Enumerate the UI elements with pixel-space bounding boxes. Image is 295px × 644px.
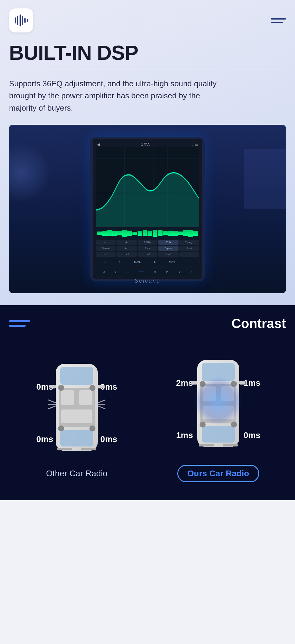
- screen-bezel: ◀ 17:55 ⌇ ▬: [93, 139, 202, 279]
- freq-bar: [153, 230, 157, 237]
- svg-rect-3: [22, 16, 23, 25]
- dual-label: DUAL: [134, 261, 141, 263]
- svg-rect-45: [199, 444, 214, 446]
- app-logo: [9, 8, 33, 32]
- user-5: User5: [158, 252, 178, 257]
- eq-mode-dts2: dts: [116, 240, 136, 245]
- eq-mode-srs: SRS●: [158, 240, 178, 245]
- contrast-title: Contrast: [231, 316, 286, 331]
- comparison-grid: 0ms 0ms 0ms 0ms: [9, 346, 286, 482]
- auto-label: AUTO: [169, 261, 175, 263]
- home-icon: ⌂: [104, 261, 105, 264]
- freq-bar: [168, 231, 173, 236]
- ours-car-label-button[interactable]: Ours Car Radio: [177, 465, 259, 482]
- eq-curve-svg: [96, 147, 199, 227]
- svg-rect-23: [61, 409, 92, 423]
- eq-mode-dts: dts: [96, 240, 116, 245]
- user-1: User1: [96, 252, 116, 257]
- user-3: User3: [138, 252, 157, 257]
- seat-icon: ⊏: [166, 271, 169, 274]
- other-car-label: Other Car Radio: [46, 469, 107, 478]
- eq-mode-buttons: dts dts DOLBY SRS● Through: [96, 240, 199, 245]
- fan-icon2: ⊕: [154, 271, 156, 274]
- eq-preset-buttons: Classical Jazz Rock Popular Reset: [96, 246, 199, 251]
- freq-bar: [193, 231, 198, 236]
- eq-mode-through: Through: [179, 240, 199, 245]
- svg-point-41: [200, 422, 206, 428]
- svg-rect-4: [24, 18, 26, 23]
- title-divider: [9, 70, 286, 70]
- contrast-divider: [9, 334, 286, 334]
- freq-bar: [102, 231, 107, 236]
- svg-rect-30: [57, 448, 72, 450]
- other-car-wrap: 0ms 0ms 0ms 0ms: [35, 350, 119, 465]
- user-add: +: [179, 252, 199, 257]
- page-title: BUILT-IN DSP: [9, 41, 286, 64]
- freq-bar: [158, 230, 163, 236]
- svg-rect-21: [61, 390, 74, 405]
- freq-bar: [183, 230, 188, 236]
- battery-icon: ▬: [195, 143, 198, 146]
- svg-rect-19: [60, 430, 93, 446]
- svg-point-26: [58, 425, 64, 431]
- freq-bar: [107, 230, 112, 236]
- svg-rect-1: [17, 16, 18, 25]
- power-icon: ⏻: [119, 261, 121, 264]
- ours-car-comparison: 2ms 1ms 1ms 0ms: [151, 346, 286, 482]
- zero-left: 0: [115, 271, 116, 273]
- freq-bar: [178, 232, 183, 235]
- svg-rect-34: [202, 426, 235, 443]
- contrast-header: Contrast: [9, 316, 286, 331]
- volume-icon: ◁: [190, 271, 192, 274]
- device-preview: ◀ 17:55 ⌇ ▬: [9, 125, 286, 293]
- svg-point-25: [89, 385, 95, 391]
- fan-icon: —: [126, 271, 129, 274]
- frequency-bars: [96, 228, 199, 239]
- freq-bar: [127, 231, 132, 236]
- freq-bar: [117, 231, 122, 235]
- zero-right: 0: [179, 271, 180, 273]
- svg-rect-0: [15, 17, 16, 23]
- freq-bar: [148, 231, 152, 236]
- audio-waveform-icon: [14, 14, 29, 26]
- svg-point-42: [231, 422, 237, 428]
- preset-rock: Rock: [138, 246, 157, 251]
- preset-popular: Popular: [158, 246, 178, 251]
- svg-rect-5: [27, 19, 28, 22]
- user-2: User2: [116, 252, 136, 257]
- freq-bar: [163, 231, 168, 235]
- screen-bottom-controls: ⌂ ⏻ DUAL ❄ AUTO ⌒: [96, 258, 199, 266]
- screen-secondary-controls: ◁ 0 — ━━━ ⊕ ⊏ 0 ◁: [96, 268, 199, 276]
- status-icons: ⌇ ▬: [191, 143, 198, 146]
- ours-car-wrap: 2ms 1ms 1ms 0ms: [176, 346, 260, 461]
- car-interior-background: ◀ 17:55 ⌇ ▬: [9, 125, 286, 293]
- eq-user-buttons: User1 User2 User3 User5 +: [96, 252, 199, 257]
- screen-time: 17:55: [141, 142, 150, 146]
- other-car-comparison: 0ms 0ms 0ms 0ms: [9, 350, 144, 478]
- freq-bar: [173, 231, 178, 236]
- back-arrow-icon: ◀: [97, 142, 100, 147]
- svg-rect-22: [79, 390, 92, 405]
- freq-bar: [188, 230, 193, 237]
- freq-bar: [97, 232, 102, 235]
- svg-rect-28: [50, 385, 56, 388]
- other-car-svg: [47, 358, 107, 457]
- screen-status-bar: ◀ 17:55 ⌇ ▬: [94, 140, 201, 147]
- svg-point-24: [58, 385, 64, 391]
- hero-subtitle: Supports 36EQ adjustment, and the ultra-…: [9, 78, 226, 114]
- freq-bar: [132, 232, 137, 235]
- svg-rect-44: [239, 381, 245, 385]
- preset-classical: Classical: [96, 246, 116, 251]
- temp-bar: ━━━: [139, 271, 144, 273]
- wifi-icon: ⌇: [191, 143, 193, 146]
- preset-jazz: Jazz: [116, 246, 136, 251]
- svg-rect-46: [223, 444, 238, 446]
- eq-graph-area: [96, 147, 199, 227]
- freq-bar: [138, 231, 142, 236]
- freq-bar: [112, 231, 117, 236]
- dsp-device-screen: ◀ 17:55 ⌇ ▬: [90, 137, 205, 281]
- freq-bar: [143, 230, 148, 236]
- svg-rect-18: [60, 367, 93, 385]
- svg-rect-2: [20, 14, 21, 26]
- hamburger-menu-icon[interactable]: [271, 18, 286, 23]
